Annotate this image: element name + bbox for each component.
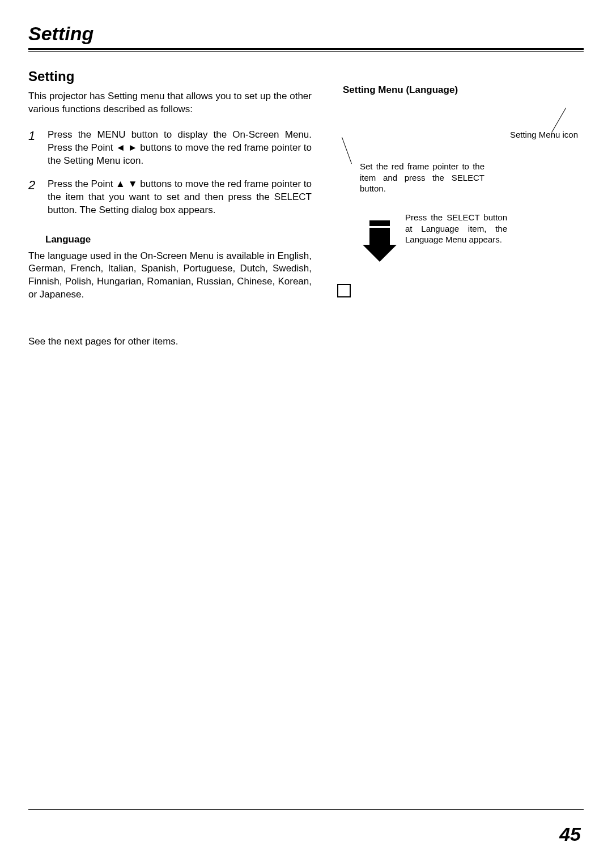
columns: Setting This projector has Setting menu … — [28, 69, 584, 360]
language-subheading: Language — [45, 234, 312, 245]
placeholder-box-icon — [337, 284, 351, 297]
divider-thin — [28, 51, 584, 52]
language-text: The language used in the On-Screen Menu … — [28, 250, 312, 302]
step-text: Press the MENU button to display the On-… — [48, 129, 312, 168]
callout-red-frame-pointer: Set the red frame pointer to the item an… — [360, 161, 484, 194]
section-heading: Setting — [28, 69, 312, 84]
divider-thick — [28, 48, 584, 50]
right-heading: Setting Menu (Language) — [343, 84, 584, 96]
step-text: Press the Point ▲ ▼ buttons to move the … — [48, 178, 312, 217]
step-number: 1 — [28, 129, 40, 168]
page-container: Setting Setting This projector has Setti… — [0, 0, 612, 868]
step-1: 1 Press the MENU button to display the O… — [28, 129, 312, 168]
intro-text: This projector has Setting menu that all… — [28, 90, 312, 116]
diagram-area: Setting Menu icon Set the red frame poin… — [329, 101, 584, 271]
callout-line-icon — [551, 108, 567, 133]
step-number: 2 — [28, 178, 40, 217]
step-2: 2 Press the Point ▲ ▼ buttons to move th… — [28, 178, 312, 217]
callout-setting-menu-icon: Setting Menu icon — [510, 130, 578, 139]
left-column: Setting This projector has Setting menu … — [28, 69, 312, 360]
page-title: Setting — [28, 23, 584, 45]
footer-divider — [28, 809, 584, 810]
down-arrow-icon — [363, 220, 397, 262]
callout-language-menu: Press the SELECT button at Language item… — [405, 212, 507, 245]
see-next-text: See the next pages for other items. — [28, 335, 312, 348]
right-column: Setting Menu (Language) Setting Menu ico… — [329, 69, 584, 360]
callout-line-icon — [342, 137, 352, 164]
page-number: 45 — [559, 823, 581, 845]
